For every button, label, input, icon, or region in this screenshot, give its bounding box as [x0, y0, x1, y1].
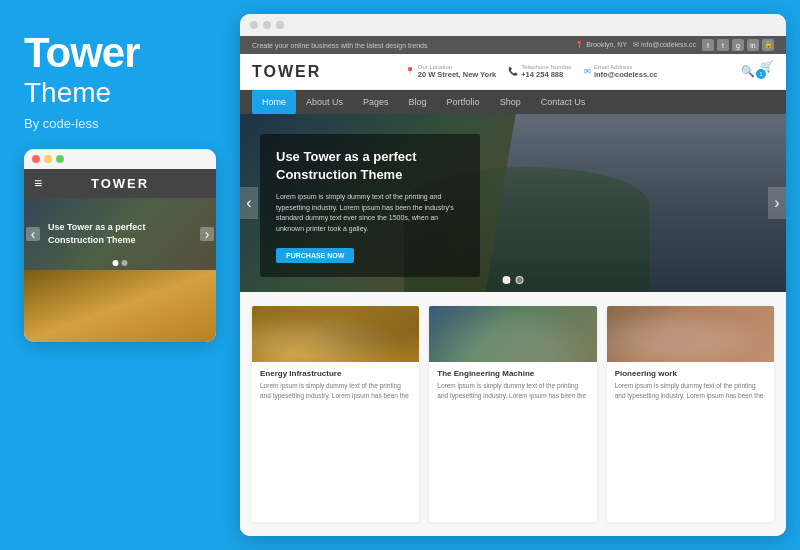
mobile-window-header [24, 149, 216, 169]
nav-shop[interactable]: Shop [490, 90, 531, 114]
left-panel: Tower Theme By code-less ≡ TOWER Use Tow… [0, 0, 240, 550]
desktop-mockup: Create your online business with the lat… [240, 14, 786, 536]
mobile-dot-2 [122, 260, 128, 266]
utility-right: 📍 Brooklyn, NY ✉ info@codeless.cc f t g … [575, 39, 774, 51]
hamburger-icon: ≡ [34, 176, 42, 190]
card-3-title: Pioneering work [615, 369, 766, 378]
utility-promo-text: Create your online business with the lat… [252, 42, 428, 49]
contact-location: 📍 Our Location 20 W Street, New York [405, 64, 497, 79]
nav-home[interactable]: Home [252, 90, 296, 114]
hero-slider-dots [503, 276, 524, 284]
card-3-image [607, 306, 774, 362]
header-contacts: 📍 Our Location 20 W Street, New York 📞 T… [405, 64, 658, 79]
mobile-dot-yellow [44, 155, 52, 163]
location-details: Our Location 20 W Street, New York [418, 64, 497, 79]
mobile-content-image [24, 270, 216, 342]
nav-contact[interactable]: Contact Us [531, 90, 596, 114]
utility-email: ✉ info@codeless.cc [633, 41, 696, 49]
card-3: Pioneering work Lorem ipsum is simply du… [607, 306, 774, 522]
desktop-window-header [240, 14, 786, 36]
card-1: Energy Infrastructure Lorem ipsum is sim… [252, 306, 419, 522]
phone-details: Telephone Number +14 254 888 [521, 64, 572, 79]
card-2: The Engineering Machine Lorem ipsum is s… [429, 306, 596, 522]
hero-section: Use Tower as a perfectConstruction Theme… [240, 114, 786, 292]
desktop-dot-3 [276, 21, 284, 29]
desktop-dot-1 [250, 21, 258, 29]
hero-next-arrow[interactable]: › [768, 187, 786, 219]
subtitle-text: Theme [24, 76, 216, 110]
hero-content-box: Use Tower as a perfectConstruction Theme… [260, 134, 480, 277]
hero-description: Lorem ipsum is simply dummy text of the … [276, 192, 464, 234]
utility-location: 📍 Brooklyn, NY [575, 41, 627, 49]
mobile-dot-green [56, 155, 64, 163]
card-2-body: The Engineering Machine Lorem ipsum is s… [429, 362, 596, 408]
search-icon[interactable]: 🔍 [741, 65, 755, 78]
desktop-dot-2 [263, 21, 271, 29]
header-icons: 🔍 🛒 1 [741, 60, 774, 83]
location-icon: 📍 [405, 67, 415, 76]
contact-phone: 📞 Telephone Number +14 254 888 [508, 64, 572, 79]
mobile-mockup: ≡ TOWER Use Tower as a perfectConstructi… [24, 149, 216, 342]
hero-prev-arrow[interactable]: ‹ [240, 187, 258, 219]
card-2-image [429, 306, 596, 362]
site-logo: TOWER [252, 63, 321, 81]
byline-text: By code-less [24, 116, 216, 131]
site-header: TOWER 📍 Our Location 20 W Street, New Yo… [240, 54, 786, 90]
card-1-text: Lorem ipsum is simply dummy text of the … [260, 381, 411, 401]
email-icon: ✉ [584, 67, 591, 76]
mobile-hero: Use Tower as a perfectConstruction Theme… [24, 198, 216, 270]
nav-about[interactable]: About Us [296, 90, 353, 114]
utility-bar: Create your online business with the lat… [240, 36, 786, 54]
purchase-now-button[interactable]: PURCHASE NOW [276, 248, 354, 263]
mobile-tools-bg [24, 270, 216, 342]
contact-email: ✉ Email Address info@codeless.cc [584, 64, 658, 79]
nav-pages[interactable]: Pages [353, 90, 399, 114]
card-2-text: Lorem ipsum is simply dummy text of the … [437, 381, 588, 401]
cart-badge: 1 [756, 69, 766, 79]
facebook-icon[interactable]: f [702, 39, 714, 51]
mobile-next-arrow[interactable]: › [200, 227, 214, 241]
nav-portfolio[interactable]: Portfolio [437, 90, 490, 114]
app-title: Tower Theme By code-less [24, 30, 216, 149]
linkedin-icon[interactable]: in [747, 39, 759, 51]
lock-icon[interactable]: 🔒 [762, 39, 774, 51]
hero-dot-2 [516, 276, 524, 284]
site-nav: Home About Us Pages Blog Portfolio Shop … [240, 90, 786, 114]
twitter-icon[interactable]: t [717, 39, 729, 51]
card-1-image [252, 306, 419, 362]
hero-dot-1 [503, 276, 511, 284]
mobile-hero-text: Use Tower as a perfectConstruction Theme [48, 221, 145, 246]
cart-wrapper: 🛒 1 [760, 60, 774, 83]
nav-blog[interactable]: Blog [399, 90, 437, 114]
mobile-logo: TOWER [91, 176, 149, 191]
mobile-prev-arrow[interactable]: ‹ [26, 227, 40, 241]
email-details: Email Address info@codeless.cc [594, 64, 658, 79]
hero-title: Use Tower as a perfectConstruction Theme [276, 148, 464, 184]
cards-section: Energy Infrastructure Lorem ipsum is sim… [240, 292, 786, 536]
card-2-title: The Engineering Machine [437, 369, 588, 378]
card-3-text: Lorem ipsum is simply dummy text of the … [615, 381, 766, 401]
mobile-dot-1 [113, 260, 119, 266]
social-icons: f t g in 🔒 [702, 39, 774, 51]
card-1-body: Energy Infrastructure Lorem ipsum is sim… [252, 362, 419, 408]
mobile-nav-bar: ≡ TOWER [24, 169, 216, 198]
mobile-slider-dots [113, 260, 128, 266]
googleplus-icon[interactable]: g [732, 39, 744, 51]
title-text: Tower [24, 30, 216, 76]
card-3-body: Pioneering work Lorem ipsum is simply du… [607, 362, 774, 408]
phone-icon: 📞 [508, 67, 518, 76]
mobile-dot-red [32, 155, 40, 163]
card-1-title: Energy Infrastructure [260, 369, 411, 378]
